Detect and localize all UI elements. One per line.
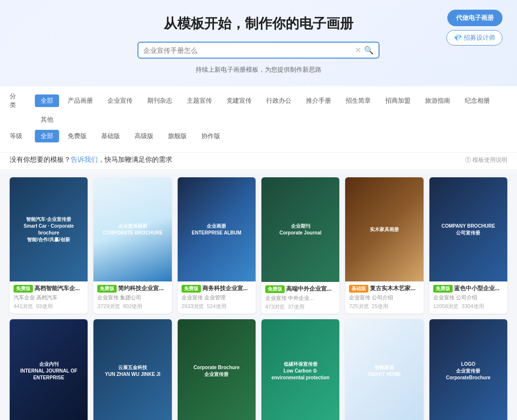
card-info: 基础版复古实木木艺家... 企业宣传 公司介绍 725浏览 25使用 (345, 281, 423, 313)
category-tag-intro[interactable]: 推介手册 (300, 94, 337, 107)
template-card[interactable]: 企业宣传画册 CORPORATE BROCHURE 免费版简约科技企业宣... … (93, 177, 171, 313)
card-info: 免费版商务科技企业宣... 企业宣传 企业管理 2933浏览 524使用 (178, 281, 256, 313)
card-thumb-bg: Corporate Brochure 企业宣传册 (178, 319, 256, 420)
card-tags: 汽车企业 高档汽车 (14, 294, 84, 301)
clear-icon[interactable]: ✕ (355, 46, 361, 55)
card-badge: 免费版 (265, 285, 285, 293)
category-tag-party[interactable]: 党建宣传 (221, 94, 258, 107)
card-stats: 2933浏览 524使用 (182, 303, 252, 310)
tip-rest: ，快马加鞭满足你的需求 (98, 156, 172, 163)
level-tag-advanced[interactable]: 高级版 (129, 130, 159, 142)
tip-text: 没有你想要的模板？告诉我们，快马加鞭满足你的需求 (10, 156, 172, 164)
category-tag-enterprise[interactable]: 企业宣传 (102, 94, 138, 107)
card-badge: 免费版 (14, 285, 33, 293)
recruit-designer-button[interactable]: 💎 招募设计师 (446, 30, 502, 46)
card-title: 免费版简约科技企业宣... (97, 284, 167, 293)
thumb-text: 企业宣传画册 CORPORATE BROCHURE (99, 219, 167, 240)
template-card[interactable]: 实木家具画册 基础版复古实木木艺家... 企业宣传 公司介绍 725浏览 25使… (345, 177, 423, 313)
card-info: 免费版蓝色中小型企业... 企业宣传 公司介绍 12058浏览 3304使用 (429, 281, 507, 313)
card-thumbnail: 云展五金科技 YUN ZHAN WU JINKE JI (93, 319, 171, 420)
tip-row: 没有你想要的模板？告诉我们，快马加鞭满足你的需求 ① 模板使用说明 (0, 153, 517, 170)
search-icon[interactable]: 🔍 (364, 46, 374, 55)
category-tag-travel[interactable]: 旅游指南 (419, 94, 456, 107)
level-tag-basic[interactable]: 基础版 (95, 130, 126, 142)
card-thumbnail: LOGO 企业宣传册 CorporateBrochure (429, 319, 507, 420)
card-thumbnail: 企业画册 ENTERPRISE ALBUM (178, 177, 256, 281)
card-thumbnail: 企业内刊 INTERNAL JOURNAL OF ENTERPRISE (10, 319, 88, 420)
card-thumb-bg: 企业内刊 INTERNAL JOURNAL OF ENTERPRISE (10, 319, 88, 420)
filter-area: 分类 全部 产品画册 企业宣传 期刊杂志 主题宣传 党建宣传 行政办公 推介手册… (0, 86, 517, 153)
card-thumb-bg: 低碳环保宣传册 Low Carbon ① environmental prote… (261, 319, 339, 420)
template-guide[interactable]: ① 模板使用说明 (465, 156, 507, 164)
thumb-text: Corporate Brochure 企业宣传册 (190, 360, 243, 382)
category-tag-recruit[interactable]: 招生简章 (340, 94, 377, 107)
template-card[interactable]: 云展五金科技 YUN ZHAN WU JINKE JI 免费版云展五金科技 企业… (93, 319, 171, 420)
card-title: 基础版复古实木木艺家... (349, 284, 419, 293)
card-badge: 免费版 (433, 285, 453, 293)
category-other-row: 其他 (10, 113, 507, 126)
category-tag-memorial[interactable]: 纪念相册 (459, 94, 496, 107)
card-info: 免费版高档智能汽车企... 汽车企业 高档汽车 441浏览 93使用 (10, 281, 88, 313)
card-stats: 441浏览 93使用 (14, 303, 84, 310)
card-thumb-bg: 云展五金科技 YUN ZHAN WU JINKE JI (93, 319, 171, 420)
template-card[interactable]: LOGO 企业宣传册 CorporateBrochure 免费版企业宣传册 企业… (429, 319, 507, 420)
card-title: 免费版高档智能汽车企... (14, 284, 84, 293)
level-tag-free[interactable]: 免费版 (62, 130, 92, 142)
template-card[interactable]: 低碳环保宣传册 Low Carbon ① environmental prote… (261, 319, 339, 420)
template-card[interactable]: Corporate Brochure 企业宣传册 免费版企业宣传册 企业宣传 科… (178, 319, 256, 420)
card-thumbnail: 企业宣传画册 CORPORATE BROCHURE (93, 177, 171, 281)
card-stats: 3729浏览 802使用 (97, 303, 167, 310)
card-tags: 企业宣传 企业管理 (182, 294, 252, 301)
tip-static: 没有你想要的模板？ (10, 156, 71, 163)
level-tag-flagship[interactable]: 旗舰版 (162, 130, 193, 142)
level-tag-collab[interactable]: 协作版 (196, 130, 226, 142)
card-thumb-bg: 企业宣传画册 CORPORATE BROCHURE (93, 177, 171, 281)
card-tags: 企业宣传 公司介绍 (433, 294, 503, 301)
card-badge: 免费版 (182, 285, 201, 293)
card-stats: 473浏览 37使用 (265, 303, 335, 311)
other-tag-container: 其他 (35, 113, 59, 126)
category-tag-journal[interactable]: 期刊杂志 (141, 94, 178, 107)
category-tag-invest[interactable]: 招商加盟 (380, 94, 416, 107)
diamond-icon: 💎 (454, 34, 462, 42)
make-ebook-button[interactable]: 代做电子画册 (447, 10, 502, 26)
template-card[interactable]: COMPANY BROCHURE 公司宣传册 免费版蓝色中小型企业... 企业宣… (429, 177, 507, 313)
category-tag-all[interactable]: 全部 (35, 94, 59, 107)
category-tags: 全部 产品画册 企业宣传 期刊杂志 主题宣传 党建宣传 行政办公 推介手册 招生… (35, 94, 496, 107)
category-filter-row: 分类 全部 产品画册 企业宣传 期刊杂志 主题宣传 党建宣传 行政办公 推介手册… (10, 92, 507, 109)
template-card[interactable]: 企业期刊 Corporate Journal 免费版高端中外企业宣... 企业宣… (261, 177, 339, 313)
thumb-text: 企业画册 ENTERPRISE ALBUM (188, 219, 245, 240)
card-info: 免费版高端中外企业宣... 企业宣传 中外企业... 473浏览 37使用 (261, 282, 339, 313)
card-title: 免费版商务科技企业宣... (182, 284, 252, 293)
template-card[interactable]: 智能汽车·企业宣传册 Smart Car · Corporate brochur… (10, 177, 88, 313)
page-title: 从模板开始，制作你的电子画册 (10, 15, 507, 33)
card-thumbnail: COMPANY BROCHURE 公司宣传册 (429, 177, 507, 281)
card-badge: 免费版 (97, 285, 117, 293)
category-tag-product[interactable]: 产品画册 (62, 94, 99, 107)
thumb-text: LOGO 企业宣传册 CorporateBrochure (442, 357, 494, 385)
card-stats: 12058浏览 3304使用 (433, 303, 503, 310)
category-tag-other[interactable]: 其他 (35, 113, 59, 126)
top-right-actions: 代做电子画册 💎 招募设计师 (446, 10, 502, 46)
card-thumb-bg: LOGO 企业宣传册 CorporateBrochure (429, 319, 507, 420)
card-thumbnail: 智能家居 SMART HOME (345, 319, 423, 420)
card-thumb-bg: 企业画册 ENTERPRISE ALBUM (178, 177, 256, 281)
card-badge: 基础版 (349, 285, 368, 293)
category-tag-admin[interactable]: 行政办公 (260, 94, 297, 107)
card-title: 免费版蓝色中小型企业... (433, 284, 503, 293)
thumb-text: 企业内刊 INTERNAL JOURNAL OF ENTERPRISE (10, 357, 88, 385)
card-thumbnail: 企业期刊 Corporate Journal (261, 177, 339, 281)
header: 从模板开始，制作你的电子画册 ✕ 🔍 持续上新电子画册模板，为您提供制作新思路 … (0, 0, 517, 86)
thumb-text: 智能家居 SMART HOME (364, 360, 405, 382)
category-tag-theme[interactable]: 主题宣传 (181, 94, 218, 107)
card-stats: 725浏览 25使用 (349, 303, 419, 310)
tip-link[interactable]: 告诉我们 (71, 156, 98, 163)
template-card[interactable]: 智能家居 SMART HOME 免费版智能家居宣传册 家居 智能家居 630浏览… (345, 319, 423, 420)
card-thumb-bg: 企业期刊 Corporate Journal (261, 177, 339, 281)
template-card[interactable]: 企业画册 ENTERPRISE ALBUM 免费版商务科技企业宣... 企业宣传… (178, 177, 256, 313)
search-input[interactable] (143, 47, 355, 54)
level-tag-all[interactable]: 全部 (35, 130, 59, 142)
template-card[interactable]: 企业内刊 INTERNAL JOURNAL OF ENTERPRISE 免费版企… (10, 319, 88, 420)
card-info: 免费版简约科技企业宣... 企业宣传 集团公司 3729浏览 802使用 (93, 281, 171, 313)
card-thumb-bg: 智能汽车·企业宣传册 Smart Car · Corporate brochur… (10, 177, 88, 281)
